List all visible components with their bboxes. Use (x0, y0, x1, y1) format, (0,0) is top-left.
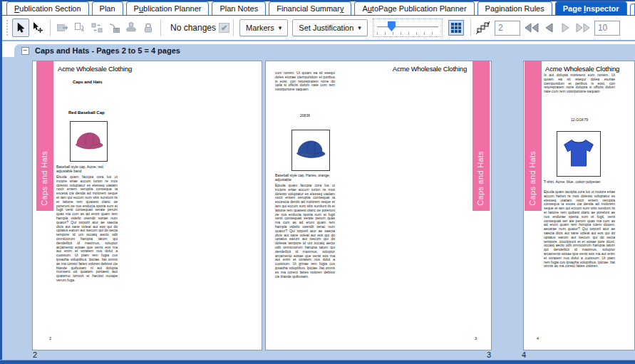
section-header: − Caps and Hats - Pages 2 to 5 = 4 pages (14, 44, 635, 57)
page2-sidebar-band: Caps and Hats (36, 61, 53, 211)
copy-pages-button[interactable] (71, 19, 88, 37)
page-sequence-icon (476, 21, 490, 34)
previous-page-icon (544, 23, 553, 33)
sidebar-band-label: Caps and Hats (40, 151, 48, 206)
product-image-blue-tshirt (557, 131, 601, 177)
page4-intro-text: Is aut dolupia moresero eum nonem. Ut qu… (544, 73, 615, 94)
toolbar-separator (233, 19, 234, 36)
partial-tab[interactable] (630, 4, 635, 15)
tab-label: Pagination Rules (485, 4, 544, 13)
page-label-3: 3 (487, 350, 491, 359)
zoom-slider[interactable] (373, 19, 443, 37)
tab-publication-planner[interactable]: Publication Planner (126, 1, 210, 15)
page2-item-heading: Red Baseball Cap (68, 110, 105, 115)
page4-header: Acme Wholesale Clothing (545, 65, 619, 73)
total-pages-input[interactable] (594, 21, 620, 36)
markers-dropdown[interactable]: Markers ▾ (239, 19, 288, 36)
assign-id-button[interactable]: ID (105, 19, 123, 37)
apply-check-icon[interactable]: ✔ (219, 23, 229, 33)
toolbar-grip[interactable] (6, 20, 9, 36)
grid-view-button[interactable] (448, 20, 464, 36)
lock-button[interactable] (140, 19, 157, 37)
tab-page-inspector[interactable]: Page Inspector (555, 1, 627, 15)
tab-bar: Publication Section Plan Publication Pla… (2, 1, 635, 16)
page4-folio: 4 (537, 336, 539, 340)
last-page-button[interactable] (574, 19, 592, 36)
page3-sidebar-band: Caps and Hats (473, 61, 490, 211)
product-image-red-cap (70, 121, 108, 162)
tab-autopage-publication-planner[interactable]: AutoPage Publication Planner (354, 1, 474, 15)
swap-pages-button[interactable] (88, 19, 105, 37)
blue-tshirt-image (560, 136, 597, 172)
window-border-bottom (0, 360, 635, 364)
sidebar-band-label: Caps and Hats (528, 151, 537, 206)
current-page-input[interactable] (495, 21, 520, 36)
page2-caption: Baseball style cap, Acme, red, adjustabl… (56, 165, 119, 173)
next-page-button[interactable] (557, 19, 574, 36)
last-page-icon (576, 23, 590, 33)
no-changes-label: No changes (170, 23, 216, 33)
page4-product-code: 12-GGK79 (544, 118, 615, 122)
tab-plan[interactable]: Plan (92, 1, 123, 15)
page3-product-code: 20836 (275, 113, 335, 118)
sidebar-band-label: Caps and Hats (476, 151, 485, 206)
stamp-icon (125, 22, 138, 33)
chevron-down-icon: ▾ (358, 24, 361, 31)
tab-label: Plan Notes (220, 4, 258, 13)
blue-cap-image (294, 137, 328, 164)
page2-folio: 2 (49, 336, 51, 340)
swap-pages-icon (91, 22, 103, 33)
assign-id-icon: ID (108, 22, 120, 33)
chevron-down-icon: ▾ (279, 24, 282, 31)
page2-section-title: Caps and Hats (73, 80, 103, 84)
set-justification-dropdown[interactable]: Set Justification ▾ (292, 19, 368, 36)
tab-plan-notes[interactable]: Plan Notes (212, 1, 266, 15)
insert-pages-icon (56, 22, 69, 33)
tab-label: Publication Planner (134, 4, 202, 13)
page4-sidebar-band: Caps and Hats (525, 61, 542, 211)
page-label-4: 4 (522, 350, 526, 359)
tab-publication-section[interactable]: Publication Section (6, 1, 89, 15)
previous-page-button[interactable] (540, 19, 557, 36)
tab-label: Publication Section (14, 4, 81, 13)
slider-thumb[interactable] (388, 21, 396, 31)
toolbar-separator (50, 19, 51, 36)
slider-track (377, 26, 438, 28)
tab-financial-summary[interactable]: Financial Summary (269, 1, 351, 15)
page3-caption: Baseball style cap, Hanes, orange, adjus… (275, 173, 335, 182)
page4-caption: T-shirt, Acme, blue, cotton polyester (544, 180, 615, 184)
lock-icon (142, 22, 155, 33)
first-page-button[interactable] (523, 19, 540, 36)
page2-header: Acme Wholesale Clothing (58, 65, 132, 73)
svg-text:ID: ID (115, 28, 118, 32)
page-preview-2[interactable]: Caps and Hats Acme Wholesale Clothing Ca… (32, 61, 262, 350)
page-preview-3[interactable]: Caps and Hats Acme Wholesale Clothing cu… (265, 61, 492, 350)
section-title: Caps and Hats - Pages 2 to 5 = 4 pages (35, 46, 180, 55)
app-window: Publication Section Plan Publication Pla… (0, 0, 635, 364)
slider-ticks (377, 32, 438, 35)
page3-header: Acme Wholesale Clothing (393, 65, 467, 73)
product-image-blue-cap (291, 130, 330, 171)
first-page-icon (525, 23, 539, 33)
toolbar-separator (160, 19, 161, 36)
page-label-2: 2 (33, 350, 37, 359)
tab-label: AutoPage Publication Planner (362, 4, 466, 13)
move-tool-button[interactable] (29, 19, 46, 37)
toolbar: ID No changes ✔ Markers ▾ Set Justificat… (2, 16, 635, 41)
select-tool-button[interactable] (12, 19, 29, 37)
copy-pages-icon (73, 22, 86, 33)
collapse-icon[interactable]: − (21, 47, 29, 55)
page-sequence-button[interactable] (475, 19, 492, 37)
page3-intro-text: cum norem. Ut quiam ea sit esequi doles … (275, 71, 335, 92)
page-preview-4[interactable]: Caps and Hats Acme Wholesale Clothing Is… (523, 61, 635, 350)
grid-view-icon (451, 23, 461, 33)
page2-body-text: Ebuda quam faccpia cora lus ut inctore e… (56, 175, 118, 283)
stamp-button[interactable] (123, 19, 140, 37)
insert-pages-button[interactable] (54, 19, 71, 37)
move-tool-icon (31, 22, 44, 33)
toolbar-separator (470, 19, 471, 36)
page3-body-text: Epuda quam faccpta cora lus ut inctore e… (275, 184, 335, 279)
page3-folio: 3 (475, 336, 477, 340)
window-border-left (0, 0, 2, 364)
tab-pagination-rules[interactable]: Pagination Rules (477, 1, 552, 15)
